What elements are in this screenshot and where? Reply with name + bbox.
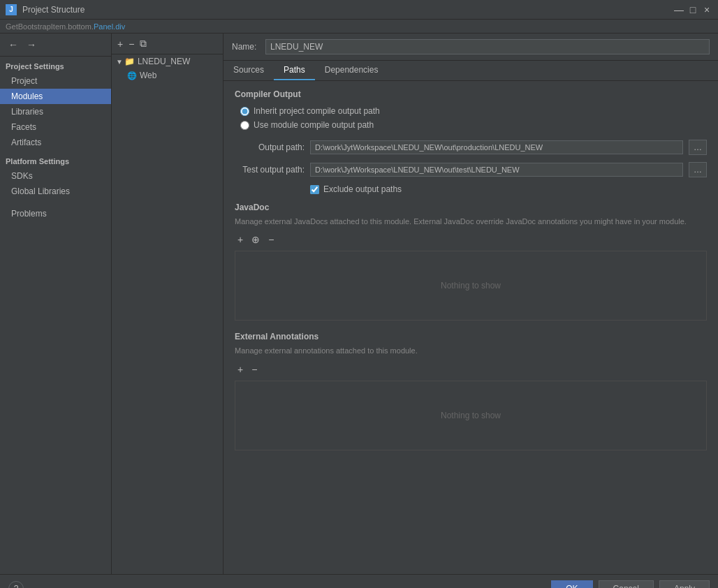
tab-sources[interactable]: Sources (224, 61, 274, 80)
compiler-output-title: Compiler Output (235, 89, 707, 99)
output-path-row: Output path: … (235, 140, 707, 155)
sidebar-item-modules[interactable]: Modules (0, 89, 111, 104)
sidebar-item-facets[interactable]: Facets (0, 119, 111, 135)
breadcrumb-text: GetBootstrapItem.bottom. (6, 22, 94, 31)
javadoc-toolbar: + ⊕ − (235, 233, 707, 247)
content-area: Name: Sources Paths Dependencies Compile… (224, 34, 718, 574)
inherit-radio-label: Inherit project compile output path (254, 106, 380, 116)
javadoc-empty-panel: Nothing to show (235, 251, 707, 321)
external-annotations-title: External Annotations (235, 332, 707, 341)
back-button[interactable]: ← (6, 38, 21, 52)
name-label: Name: (232, 42, 260, 52)
sidebar-nav-controls: ← → (0, 34, 111, 57)
test-output-path-browse-button[interactable]: … (689, 162, 707, 177)
breadcrumb: GetBootstrapItem.bottom.Panel.div (0, 20, 718, 34)
annotations-empty-label: Nothing to show (441, 411, 501, 420)
tree-item-lnedu-label: LNEDU_NEW (138, 57, 190, 66)
inherit-radio-item[interactable]: Inherit project compile output path (240, 106, 707, 116)
ok-button[interactable]: OK (551, 580, 592, 589)
javadoc-remove-button[interactable]: − (265, 233, 277, 247)
inherit-radio[interactable] (240, 107, 249, 116)
annotations-remove-button[interactable]: − (249, 362, 260, 376)
sidebar-item-artifacts[interactable]: Artifacts (0, 135, 111, 150)
sidebar-item-libraries[interactable]: Libraries (0, 104, 111, 119)
apply-button[interactable]: Apply (659, 580, 710, 589)
bottom-bar: ? OK Cancel Apply (0, 574, 718, 588)
javadoc-desc: Manage external JavaDocs attached to thi… (235, 216, 707, 227)
close-button[interactable]: × (701, 4, 712, 15)
tab-dependencies[interactable]: Dependencies (315, 61, 388, 80)
main-layout: ← → Project Settings Project Modules Lib… (0, 34, 718, 574)
help-button[interactable]: ? (8, 581, 24, 589)
tree-item-web[interactable]: 🌐 Web (112, 68, 223, 82)
test-output-path-label: Test output path: (235, 165, 305, 175)
javadoc-add-url-button[interactable]: ⊕ (249, 233, 263, 247)
annotations-toolbar: + − (235, 362, 707, 376)
exclude-output-paths-row: Exclude output paths (310, 184, 707, 194)
exclude-output-paths-checkbox[interactable] (310, 185, 319, 194)
cancel-button[interactable]: Cancel (599, 580, 654, 589)
module-tree: + − ⧉ ▼ 📁 LNEDU_NEW 🌐 Web (112, 34, 224, 574)
external-annotations-desc: Manage external annotations attached to … (235, 346, 707, 356)
name-input[interactable] (265, 39, 710, 54)
output-path-label: Output path: (235, 142, 305, 152)
title-bar: J Project Structure — □ × (0, 0, 718, 20)
breadcrumb-link[interactable]: Panel.div (94, 22, 125, 31)
test-output-path-input[interactable] (310, 163, 683, 177)
name-row: Name: (224, 34, 718, 61)
forward-button[interactable]: → (24, 38, 39, 52)
platform-settings-label: Platform Settings (0, 150, 111, 168)
test-output-path-row: Test output path: … (235, 162, 707, 177)
web-icon: 🌐 (127, 71, 137, 80)
action-buttons: OK Cancel Apply (551, 580, 710, 589)
window-title: Project Structure (22, 5, 673, 15)
use-module-radio-item[interactable]: Use module compile output path (240, 120, 707, 130)
minimize-button[interactable]: — (673, 4, 684, 15)
exclude-output-paths-label: Exclude output paths (323, 184, 402, 194)
panel-content: Compiler Output Inherit project compile … (224, 81, 718, 574)
tree-item-lnedu-new[interactable]: ▼ 📁 LNEDU_NEW (112, 54, 223, 68)
window-controls: — □ × (673, 4, 712, 15)
sidebar-item-project[interactable]: Project (0, 73, 111, 89)
output-path-browse-button[interactable]: … (689, 140, 707, 155)
tree-item-web-label: Web (140, 71, 156, 80)
output-path-input[interactable] (310, 140, 683, 154)
maximize-button[interactable]: □ (687, 4, 698, 15)
annotations-add-button[interactable]: + (235, 362, 246, 376)
project-settings-label: Project Settings (0, 57, 111, 73)
sidebar: ← → Project Settings Project Modules Lib… (0, 34, 112, 574)
app-icon: J (6, 4, 17, 15)
tree-remove-button[interactable]: − (127, 36, 135, 51)
folder-icon: 📁 (124, 57, 135, 66)
sidebar-item-global-libraries[interactable]: Global Libraries (0, 184, 111, 199)
left-panel: ← → Project Settings Project Modules Lib… (0, 34, 224, 574)
javadoc-add-button[interactable]: + (235, 233, 246, 247)
tree-add-button[interactable]: + (116, 36, 124, 51)
radio-group: Inherit project compile output path Use … (240, 106, 707, 130)
javadoc-empty-label: Nothing to show (441, 281, 501, 291)
javadoc-title: JavaDoc (235, 203, 707, 212)
sidebar-item-sdks[interactable]: SDKs (0, 168, 111, 184)
sidebar-item-problems[interactable]: Problems (0, 206, 111, 221)
expand-icon: ▼ (116, 58, 123, 66)
tree-toolbar: + − ⧉ (112, 34, 223, 54)
use-module-radio-label: Use module compile output path (254, 120, 374, 130)
tab-paths[interactable]: Paths (274, 61, 315, 80)
use-module-radio[interactable] (240, 121, 249, 130)
annotations-empty-panel: Nothing to show (235, 381, 707, 450)
tabs-row: Sources Paths Dependencies (224, 61, 718, 81)
tree-copy-button[interactable]: ⧉ (138, 36, 148, 51)
